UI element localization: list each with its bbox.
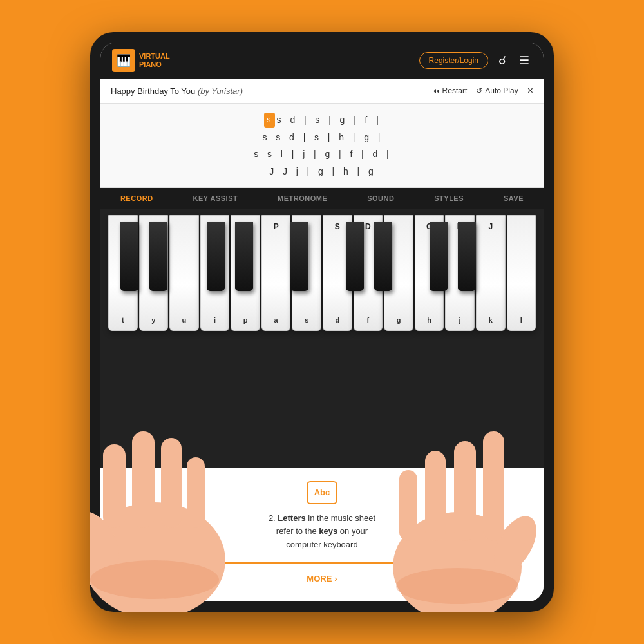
autoplay-label: Auto Play — [485, 86, 518, 95]
piano: TtYyuIiOpPasSdDfgGhHjJkl — [106, 215, 538, 331]
search-icon[interactable]: ☌ — [496, 51, 509, 70]
tablet: 🎹 VIRTUALPIANO Register/Login ☌ ☰ Happy … — [90, 32, 554, 612]
key-lower-label-t: t — [122, 316, 124, 324]
menu-icon[interactable]: ☰ — [516, 51, 532, 70]
key-lower-label-l: l — [520, 316, 522, 324]
song-author: (by Yuristar) — [198, 86, 243, 96]
header: 🎹 VIRTUALPIANO Register/Login ☌ ☰ — [100, 43, 544, 79]
piano-black-key-5[interactable] — [346, 222, 364, 291]
toolbar-styles[interactable]: STYLES — [426, 188, 471, 209]
autoplay-icon: ↺ — [476, 86, 482, 95]
toolbar-metronome[interactable]: METRONOME — [270, 188, 335, 209]
piano-black-key-0[interactable] — [120, 222, 138, 291]
sheet-line-3: s s l | j | g | f | d | — [254, 147, 390, 161]
sheet-line-2: s s d | s | h | g | — [254, 130, 390, 144]
sheet-line-4: J J j | g | h | g — [254, 164, 390, 178]
key-lower-label-j: j — [459, 316, 461, 324]
piano-black-key-2[interactable] — [207, 222, 225, 291]
more-label: MORE — [307, 574, 332, 583]
song-title-text: Happy Birthday To You — [111, 86, 195, 96]
key-lower-label-k: k — [489, 316, 493, 324]
info-area: Abc 2. Letters in the music sheet refer … — [100, 468, 544, 601]
info-text: 2. Letters in the music sheet refer to t… — [269, 512, 375, 552]
key-lower-label-y: y — [151, 316, 155, 324]
sheet-music: s s d | s | g | f | s s d | s | h | g | … — [100, 104, 544, 188]
logo-text: VIRTUALPIANO — [139, 52, 170, 69]
key-lower-label-p: p — [243, 316, 248, 324]
key-lower-label-h: h — [427, 316, 431, 324]
song-controls: ⏮ Restart ↺ Auto Play × — [432, 85, 533, 97]
autoplay-button[interactable]: ↺ Auto Play — [476, 86, 518, 95]
sheet-line-1: s s d | s | g | f | — [254, 113, 390, 128]
piano-white-key-k[interactable]: Jk — [476, 215, 506, 331]
key-lower-label-f: f — [367, 316, 370, 324]
toolbar-save[interactable]: SAVE — [496, 188, 531, 209]
piano-black-key-4[interactable] — [290, 222, 308, 291]
piano-white-key-l[interactable]: l — [507, 215, 536, 331]
key-upper-label-S: S — [335, 222, 340, 231]
piano-black-key-7[interactable] — [430, 222, 448, 291]
more-button[interactable]: MORE › — [307, 574, 337, 589]
key-lower-label-a: a — [274, 316, 278, 324]
song-bar: Happy Birthday To You (by Yuristar) ⏮ Re… — [100, 79, 544, 104]
key-lower-label-g: g — [397, 316, 401, 324]
piano-black-key-3[interactable] — [235, 222, 253, 291]
piano-white-key-a[interactable]: Pa — [261, 215, 291, 331]
toolbar-sound[interactable]: SOUND — [359, 188, 402, 209]
toolbar: RECORD KEY ASSIST METRONOME SOUND STYLES… — [100, 188, 544, 209]
key-lower-label-d: d — [335, 316, 339, 324]
restart-icon: ⏮ — [432, 86, 440, 95]
piano-black-key-1[interactable] — [149, 222, 167, 291]
toolbar-key-assist[interactable]: KEY ASSIST — [185, 188, 245, 209]
piano-white-key-u[interactable]: u — [169, 215, 199, 331]
toolbar-record[interactable]: RECORD — [113, 188, 161, 209]
restart-button[interactable]: ⏮ Restart — [432, 86, 468, 95]
key-upper-label-J: J — [488, 222, 493, 231]
piano-black-key-6[interactable] — [374, 222, 392, 291]
abc-icon: Abc — [307, 481, 337, 504]
piano-container: TtYyuIiOpPasSdDfgGhHjJkl — [100, 209, 544, 468]
key-lower-label-s: s — [305, 316, 308, 324]
key-lower-label-i: i — [214, 316, 216, 324]
song-title: Happy Birthday To You (by Yuristar) — [111, 86, 427, 96]
screen: 🎹 VIRTUALPIANO Register/Login ☌ ☰ Happy … — [100, 43, 544, 601]
key-lower-label-u: u — [182, 316, 187, 324]
piano-black-key-8[interactable] — [458, 222, 476, 291]
key-upper-label-P: P — [274, 222, 279, 231]
divider-line — [126, 562, 518, 564]
restart-label: Restart — [442, 86, 468, 95]
logo-area: 🎹 VIRTUALPIANO — [112, 49, 170, 72]
logo-icon: 🎹 — [112, 49, 135, 72]
close-button[interactable]: × — [527, 85, 533, 97]
highlighted-note: s — [264, 113, 275, 128]
register-button[interactable]: Register/Login — [419, 52, 488, 69]
key-upper-label-D: D — [365, 222, 371, 231]
more-arrow-icon: › — [334, 574, 337, 583]
sheet-lines: s s d | s | g | f | s s d | s | h | g | … — [254, 113, 390, 178]
